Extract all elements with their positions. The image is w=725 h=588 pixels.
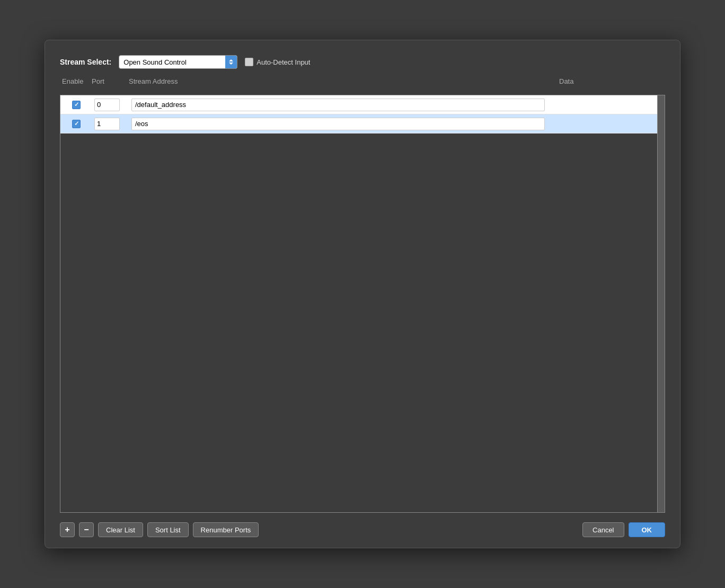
header-row: Stream Select: Open Sound Control Auto-D… — [60, 55, 665, 69]
table-left — [60, 95, 657, 512]
arrow-down-icon — [229, 63, 233, 65]
stream-select-input[interactable]: Open Sound Control — [119, 56, 225, 68]
col-header-data: Data — [559, 77, 665, 85]
empty-table-area — [60, 133, 657, 512]
auto-detect-row: Auto-Detect Input — [245, 58, 310, 66]
cell-enable-1 — [60, 120, 92, 128]
col-header-address: Stream Address — [129, 77, 559, 85]
row-1-checkbox[interactable] — [72, 120, 81, 128]
cell-address-0 — [129, 97, 551, 112]
table-row — [60, 114, 657, 133]
renumber-ports-button[interactable]: Renumber Ports — [193, 522, 259, 537]
auto-detect-label: Auto-Detect Input — [257, 58, 310, 66]
cell-address-1 — [129, 117, 551, 131]
table-area — [60, 95, 665, 513]
sort-list-button[interactable]: Sort List — [147, 522, 189, 537]
scrollbar[interactable] — [657, 95, 665, 512]
row-1-address-input[interactable] — [131, 118, 545, 130]
cell-enable-0 — [60, 101, 92, 109]
ok-button[interactable]: OK — [629, 522, 666, 537]
dialog: Stream Select: Open Sound Control Auto-D… — [45, 40, 680, 548]
footer-row: + − Clear List Sort List Renumber Ports … — [60, 519, 665, 537]
table-header: Enable Port Stream Address Data — [60, 75, 665, 88]
auto-detect-checkbox[interactable] — [245, 58, 253, 66]
cancel-button[interactable]: Cancel — [582, 522, 624, 537]
table-row — [60, 95, 657, 114]
col-header-port: Port — [92, 77, 129, 85]
row-1-port-input[interactable] — [94, 118, 120, 130]
row-0-address-input[interactable] — [131, 99, 545, 111]
col-header-enable: Enable — [60, 77, 92, 85]
arrow-up-icon — [229, 59, 233, 61]
add-row-button[interactable]: + — [60, 522, 75, 537]
cell-port-1 — [92, 117, 129, 131]
stream-select-dropdown[interactable]: Open Sound Control — [119, 55, 237, 69]
dropdown-arrow-button[interactable] — [225, 55, 237, 69]
clear-list-button[interactable]: Clear List — [98, 522, 143, 537]
stream-select-label: Stream Select: — [60, 58, 111, 66]
row-0-port-input[interactable] — [94, 99, 120, 111]
remove-row-button[interactable]: − — [79, 522, 94, 537]
row-0-checkbox[interactable] — [72, 101, 81, 109]
cell-port-0 — [92, 97, 129, 112]
